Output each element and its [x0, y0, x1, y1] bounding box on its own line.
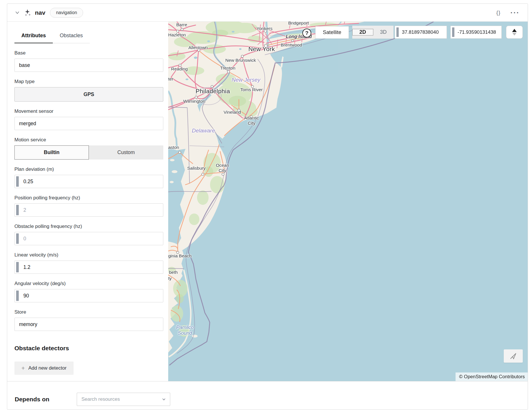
motion-service-segmented: Builtin Custom	[14, 145, 163, 160]
linear-velocity-input[interactable]	[14, 261, 163, 274]
position-polling-label: Position polling frequency (hz)	[14, 195, 163, 201]
longitude-input-wrap	[450, 26, 502, 39]
motion-service-custom-option[interactable]: Custom	[89, 145, 163, 160]
obstacle-detectors-heading: Obstacle detectors	[14, 345, 163, 352]
movement-sensor-input-wrap	[14, 117, 163, 130]
resource-title: nav	[35, 9, 45, 16]
movement-sensor-label: Movement sensor	[14, 108, 163, 114]
navigation-arrow-icon	[509, 352, 517, 360]
motion-service-builtin-option[interactable]: Builtin	[14, 145, 89, 160]
config-panel: Attributes Obstacles Base Map type GPS M…	[7, 22, 168, 381]
map-3d-button[interactable]: 3D	[373, 29, 394, 35]
position-polling-input-wrap	[14, 203, 163, 217]
map-dimension-segmented: 2D 3D	[352, 26, 394, 39]
latitude-input[interactable]	[395, 26, 447, 38]
navigation-map[interactable]: BarreHazletonAllentownReadingterYonkersB…	[168, 22, 528, 381]
json-mode-icon[interactable]: {}	[496, 10, 501, 16]
more-menu-icon[interactable]: ···	[510, 11, 520, 14]
map-2d-button[interactable]: 2D	[352, 29, 373, 35]
base-label: Base	[14, 50, 163, 56]
map-help-icon[interactable]: ?	[302, 29, 311, 38]
obstacle-polling-label: Obstacle polling frequency (hz)	[14, 224, 163, 229]
chevron-down-icon	[162, 397, 166, 401]
latitude-input-wrap	[395, 26, 447, 39]
add-detector-label: Add new detector	[28, 365, 66, 371]
depends-on-heading: Depends on	[15, 396, 49, 403]
base-input[interactable]	[14, 59, 163, 72]
card-footer: Depends on Search resources	[7, 381, 528, 409]
depends-on-select[interactable]: Search resources	[77, 393, 170, 406]
linear-velocity-label: Linear velocity (m/s)	[14, 252, 163, 258]
resource-card: nav navigation {} ··· Attributes Obstacl…	[7, 3, 528, 410]
angular-velocity-label: Angular velocity (deg/s)	[14, 281, 163, 286]
tab-attributes[interactable]: Attributes	[14, 30, 53, 43]
plan-deviation-label: Plan deviation (m)	[14, 166, 163, 172]
motion-service-label: Motion service	[14, 137, 163, 143]
longitude-input[interactable]	[451, 26, 501, 38]
step-up-icon[interactable]	[512, 29, 517, 32]
panel-tabs: Attributes Obstacles	[14, 30, 90, 43]
card-header: nav navigation {} ···	[7, 4, 528, 22]
movement-sensor-input[interactable]	[14, 117, 163, 130]
step-down-icon[interactable]	[512, 33, 516, 35]
add-detector-button[interactable]: + Add new detector	[14, 362, 74, 375]
plus-icon: +	[21, 366, 25, 370]
navigation-service-icon	[24, 9, 31, 16]
plan-deviation-input-wrap	[14, 175, 163, 188]
angular-velocity-input[interactable]	[14, 289, 163, 302]
map-type-label: Map type	[14, 79, 163, 85]
depends-on-placeholder: Search resources	[81, 396, 162, 402]
map-type-gps-button[interactable]: GPS	[14, 87, 163, 102]
locate-button[interactable]	[504, 349, 523, 363]
plan-deviation-input[interactable]	[14, 175, 163, 188]
zoom-stepper[interactable]	[506, 26, 523, 39]
map-canvas	[168, 22, 528, 381]
store-label: Store	[14, 309, 163, 315]
base-input-wrap	[14, 59, 163, 72]
collapse-chevron-icon[interactable]	[15, 10, 20, 15]
obstacle-polling-input-wrap	[14, 232, 163, 245]
store-input[interactable]	[14, 318, 163, 331]
resource-type-badge: navigation	[50, 8, 83, 18]
position-polling-input[interactable]	[14, 203, 163, 217]
store-input-wrap	[14, 318, 163, 331]
satellite-toggle-button[interactable]: Satellite	[315, 26, 349, 39]
tab-obstacles[interactable]: Obstacles	[53, 30, 90, 43]
obstacle-polling-input[interactable]	[14, 232, 163, 245]
angular-velocity-input-wrap	[14, 289, 163, 302]
linear-velocity-input-wrap	[14, 261, 163, 274]
map-attribution: © OpenStreetMap Contributors	[456, 372, 528, 381]
